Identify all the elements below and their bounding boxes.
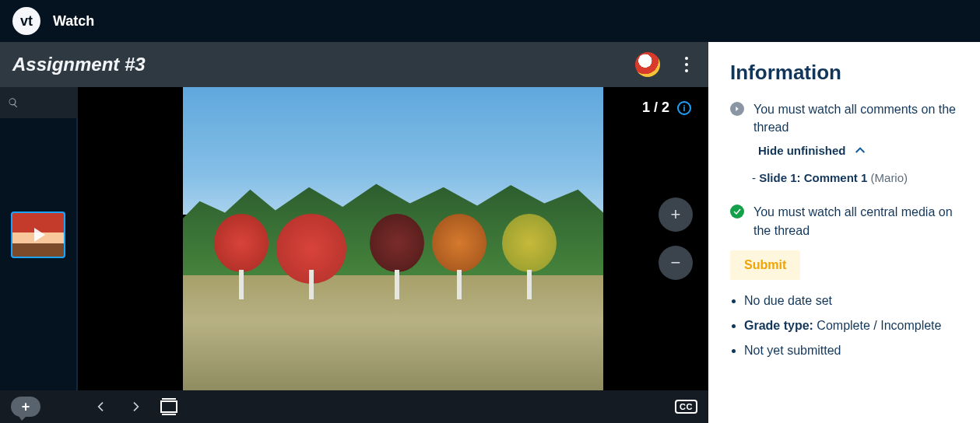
hide-unfinished-toggle[interactable]: Hide unfinished (758, 144, 958, 157)
user-avatar[interactable] (635, 52, 660, 77)
grade-type-label: Grade type: (744, 319, 813, 332)
top-bar: vt Watch (0, 0, 980, 42)
unfinished-author: (Mario) (871, 171, 908, 184)
sub-header: Assignment #3 (0, 42, 708, 87)
more-menu-icon[interactable] (677, 55, 696, 74)
cc-toggle[interactable]: CC (675, 400, 697, 414)
grade-type-value: Complete / Incomplete (813, 319, 942, 332)
left-column: Assignment #3 (0, 42, 708, 423)
info-due-date: No due date set (744, 294, 958, 308)
prev-slide-button[interactable] (95, 400, 107, 413)
info-icon[interactable]: i (677, 101, 691, 115)
requirement-comments: You must watch all comments on the threa… (730, 100, 958, 136)
media-stage[interactable]: 1 / 2 i + − (78, 87, 708, 390)
page-indicator: 1 / 2 i (642, 100, 691, 116)
unfinished-prefix: - (752, 171, 759, 184)
search-icon (8, 97, 19, 108)
app-title: Watch (53, 13, 94, 30)
comment-thumbnail[interactable] (11, 212, 65, 258)
info-heading: Information (730, 61, 958, 85)
stage-row: 1 / 2 i + − (0, 87, 708, 390)
add-comment-button[interactable]: + (11, 397, 40, 417)
bottom-bar: + CC (0, 390, 708, 423)
submit-button[interactable]: Submit (730, 250, 800, 280)
info-list: No due date set Grade type: Complete / I… (730, 294, 958, 358)
check-circle-icon (730, 205, 744, 218)
requirement-media: You must watch all central media on the … (730, 203, 958, 239)
filmstrip-icon[interactable] (160, 400, 177, 413)
plus-icon: + (22, 400, 30, 414)
page-count: 1 / 2 (642, 100, 669, 116)
info-submission-status: Not yet submitted (744, 344, 958, 358)
comment-strip (0, 87, 78, 390)
info-grade-type: Grade type: Complete / Incomplete (744, 319, 958, 333)
slide-image (183, 87, 603, 390)
slide-nav (95, 400, 142, 413)
unfinished-title: Slide 1: Comment 1 (759, 171, 867, 184)
requirement-media-text: You must watch all central media on the … (753, 203, 958, 239)
requirement-comments-text: You must watch all comments on the threa… (753, 100, 958, 136)
arrow-right-circle-icon (730, 102, 744, 116)
chevron-up-icon (854, 145, 866, 157)
zoom-out-button[interactable]: − (659, 246, 693, 280)
search-comments-button[interactable] (0, 87, 78, 118)
hide-unfinished-label: Hide unfinished (758, 144, 846, 157)
play-icon (34, 228, 45, 242)
info-panel: Information You must watch all comments … (708, 42, 980, 423)
unfinished-item[interactable]: - Slide 1: Comment 1 (Mario) (752, 171, 958, 184)
zoom-controls: + − (659, 198, 693, 280)
zoom-in-button[interactable]: + (659, 198, 693, 232)
assignment-title: Assignment #3 (12, 54, 635, 75)
next-slide-button[interactable] (129, 400, 142, 413)
app-logo[interactable]: vt (12, 7, 40, 35)
